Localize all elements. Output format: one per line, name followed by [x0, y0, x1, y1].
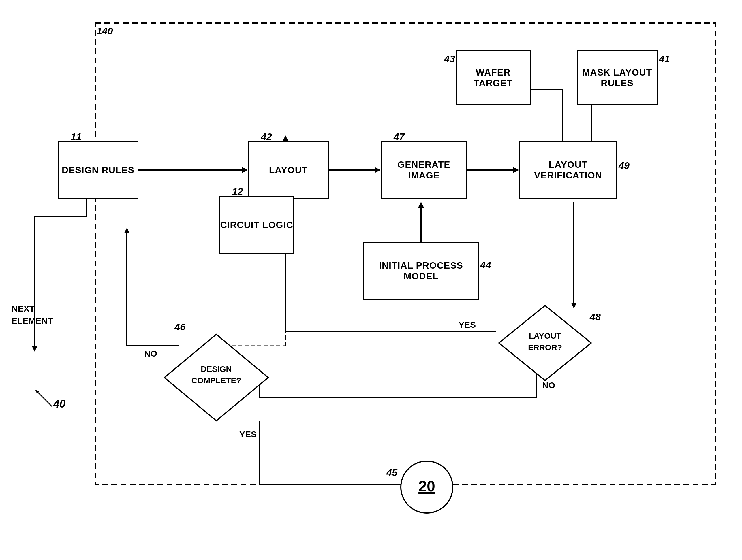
generate-image-box: GENERATE IMAGE: [381, 141, 467, 199]
svg-marker-39: [32, 346, 38, 352]
layout-error-number: 48: [590, 311, 601, 323]
layout-verification-box: LAYOUT VERIFICATION: [519, 141, 617, 199]
dashed-box-label: 140: [97, 25, 113, 37]
output-circle: 20: [398, 458, 456, 516]
svg-text:LAYOUT: LAYOUT: [529, 331, 562, 340]
design-rules-number: 11: [71, 131, 82, 143]
design-rules-label: DESIGN RULES: [62, 165, 135, 175]
next-element-label: NEXTELEMENT: [11, 302, 53, 327]
wafer-target-label: WAFER TARGET: [457, 67, 530, 89]
svg-line-50: [38, 392, 52, 406]
initial-process-model-label: INITIAL PROCESS MODEL: [364, 260, 478, 282]
circuit-logic-box: CIRCUIT LOGIC: [219, 196, 294, 254]
layout-number: 42: [261, 131, 272, 143]
layout-error-diamond: LAYOUT ERROR?: [496, 302, 594, 383]
svg-text:20: 20: [418, 478, 435, 495]
initial-process-model-number: 44: [480, 260, 491, 271]
layout-box: LAYOUT: [248, 141, 329, 199]
mask-layout-rules-number: 41: [659, 53, 670, 65]
circuit-logic-number: 12: [232, 186, 243, 197]
generate-image-label: GENERATE IMAGE: [381, 159, 466, 181]
design-complete-number: 46: [174, 321, 186, 333]
svg-marker-27: [124, 228, 130, 233]
generate-image-number: 47: [393, 131, 405, 143]
mask-layout-rules-box: MASK LAYOUT RULES: [577, 50, 657, 105]
initial-process-model-box: INITIAL PROCESS MODEL: [363, 242, 479, 300]
svg-marker-2: [242, 167, 248, 173]
layout-verification-label: LAYOUT VERIFICATION: [520, 159, 616, 181]
yes-error-label: YES: [459, 320, 476, 330]
svg-text:COMPLETE?: COMPLETE?: [192, 376, 242, 385]
layout-verification-number: 49: [619, 160, 630, 171]
mask-layout-rules-label: MASK LAYOUT RULES: [578, 67, 657, 89]
design-complete-diamond: DESIGN COMPLETE?: [161, 331, 271, 424]
svg-marker-29: [283, 135, 288, 141]
svg-text:ERROR?: ERROR?: [528, 343, 562, 352]
svg-marker-4: [375, 167, 381, 173]
yes-complete-label: YES: [240, 430, 257, 439]
wafer-target-number: 43: [444, 53, 455, 65]
no-error-label: NO: [542, 381, 555, 390]
output-circle-number: 45: [386, 467, 398, 478]
layout-label: LAYOUT: [269, 165, 308, 175]
svg-marker-6: [513, 167, 519, 173]
circuit-logic-label: CIRCUIT LOGIC: [220, 220, 293, 230]
svg-text:DESIGN: DESIGN: [201, 365, 231, 374]
svg-marker-15: [418, 202, 424, 208]
wafer-target-box: WAFER TARGET: [456, 50, 531, 105]
no-complete-label: NO: [144, 349, 157, 358]
design-rules-box: DESIGN RULES: [58, 141, 139, 199]
